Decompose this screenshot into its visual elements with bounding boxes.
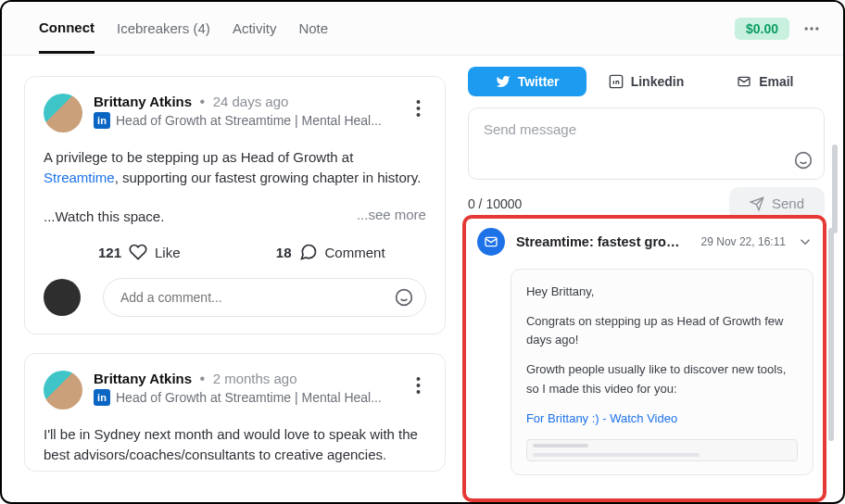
linkedin-badge-icon: in: [94, 112, 110, 129]
channel-twitter-label: Twitter: [518, 74, 560, 89]
svg-point-1: [810, 27, 813, 30]
feed-column: Brittany Atkins • 24 days ago in Head of…: [2, 56, 462, 502]
like-label: Like: [155, 245, 181, 260]
svg-point-9: [416, 377, 420, 381]
separator-dot: •: [196, 371, 209, 386]
comment-button[interactable]: 18 Comment: [234, 243, 425, 261]
linkedin-badge-icon: in: [94, 389, 110, 406]
feed-post: Brittany Atkins • 24 days ago in Head of…: [24, 76, 446, 334]
tab-note[interactable]: Note: [298, 5, 328, 52]
feed-post: Brittany Atkins • 2 months ago in Head o…: [24, 353, 446, 472]
post-author-role: Head of Growth at Streamtime | Mental He…: [116, 390, 382, 405]
send-icon: [750, 196, 764, 211]
post-age: 24 days ago: [213, 94, 289, 109]
right-panel: Twitter Linkedin Email Send message 0: [462, 56, 843, 502]
post-author[interactable]: Brittany Atkins: [94, 371, 192, 386]
tab-icebreakers[interactable]: Icebreakers (4): [117, 5, 210, 52]
comment-count: 18: [276, 245, 292, 260]
video-thumbnail[interactable]: [526, 439, 798, 461]
channel-email-label: Email: [759, 74, 793, 89]
post-age: 2 months ago: [213, 371, 297, 386]
scrollbar-thumb[interactable]: [828, 228, 834, 441]
post-author[interactable]: Brittany Atkins: [94, 94, 192, 109]
post-menu-icon[interactable]: [410, 94, 426, 123]
composer-placeholder: Send message: [469, 108, 824, 150]
post-body: I'll be in Sydney next month and would l…: [44, 424, 426, 465]
email-date: 29 Nov 22, 16:11: [701, 235, 786, 248]
avatar[interactable]: [44, 94, 82, 132]
linkedin-icon: [609, 74, 624, 89]
post-body-line2: ...Watch this space.: [44, 207, 164, 227]
channel-email[interactable]: Email: [706, 67, 825, 96]
email-thread-callout: Streamtime: fastest growin... 29 Nov 22,…: [462, 215, 826, 502]
self-avatar[interactable]: [44, 279, 81, 316]
emoji-icon[interactable]: [794, 151, 813, 170]
svg-point-6: [397, 290, 412, 306]
comment-icon: [299, 243, 318, 261]
chevron-down-icon[interactable]: [797, 233, 813, 250]
post-author-role: Head of Growth at Streamtime | Mental He…: [116, 113, 382, 128]
email-body: Hey Brittany, Congrats on stepping up as…: [511, 269, 813, 475]
svg-point-5: [416, 113, 420, 117]
email-subject[interactable]: Streamtime: fastest growin...: [516, 234, 690, 249]
email-thread-icon: [477, 228, 505, 256]
main-tabs: Connect Icebreakers (4) Activity Note: [39, 2, 328, 55]
emoji-icon[interactable]: [395, 288, 413, 307]
svg-point-14: [796, 153, 812, 169]
tab-activity[interactable]: Activity: [233, 5, 277, 52]
email-greeting: Hey Brittany,: [526, 283, 798, 301]
char-counter: 0 / 10000: [468, 196, 522, 211]
svg-point-10: [416, 384, 420, 387]
channel-switcher: Twitter Linkedin Email: [468, 67, 825, 96]
svg-point-2: [815, 27, 818, 30]
like-button[interactable]: 121 Like: [44, 243, 234, 261]
post-body-link[interactable]: Streamtime: [44, 170, 115, 185]
svg-point-4: [416, 107, 420, 110]
svg-point-11: [416, 390, 420, 394]
tab-connect[interactable]: Connect: [39, 4, 95, 54]
scrollbar-thumb[interactable]: [832, 145, 838, 233]
comment-label: Comment: [325, 245, 385, 260]
see-more-link[interactable]: ...see more: [357, 207, 426, 227]
email-paragraph: Congrats on stepping up as Head of Growt…: [526, 312, 798, 349]
more-icon[interactable]: [802, 19, 821, 38]
channel-twitter[interactable]: Twitter: [468, 67, 586, 96]
svg-point-3: [416, 100, 420, 104]
send-button-label: Send: [772, 195, 804, 211]
post-menu-icon[interactable]: [410, 371, 426, 400]
twitter-icon: [496, 74, 511, 89]
separator-dot: •: [196, 94, 209, 109]
balance-badge: $0.00: [735, 18, 789, 40]
video-link[interactable]: For Brittany :) - Watch Video: [526, 411, 677, 425]
channel-linkedin[interactable]: Linkedin: [586, 67, 705, 96]
like-count: 121: [98, 245, 121, 260]
avatar[interactable]: [44, 371, 82, 410]
heart-icon: [129, 243, 147, 261]
envelope-icon: [737, 74, 751, 89]
channel-linkedin-label: Linkedin: [631, 74, 685, 89]
svg-point-0: [805, 27, 808, 30]
add-comment-input[interactable]: [103, 278, 426, 317]
email-paragraph: Growth people usually like to discover n…: [526, 360, 798, 397]
post-body: A privilege to be stepping up as Head of…: [44, 147, 426, 188]
message-composer[interactable]: Send message: [468, 107, 825, 180]
